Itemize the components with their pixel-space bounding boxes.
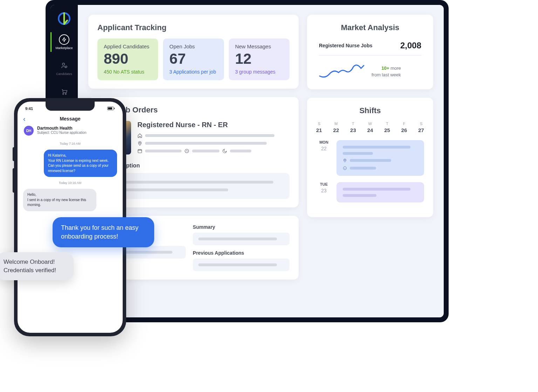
dashboard-content: Applicant Tracking Applied Candidates 89… bbox=[78, 5, 444, 317]
svg-point-1 bbox=[62, 63, 64, 65]
market-metric-label: Registered Nurse Jobs bbox=[319, 43, 373, 48]
lightning-icon bbox=[59, 34, 69, 45]
weekday[interactable]: F26 bbox=[401, 122, 407, 133]
sidebar-item-candidates[interactable]: Candidates bbox=[50, 58, 78, 78]
stat-value: 67 bbox=[169, 51, 217, 67]
weekday[interactable]: W24 bbox=[367, 122, 373, 133]
location-pin-icon bbox=[343, 158, 347, 163]
stat-value: 890 bbox=[104, 51, 152, 67]
chat-timestamp: Today 7:16 AM bbox=[23, 142, 117, 145]
job-description-label: Job Description bbox=[97, 163, 290, 169]
market-analysis-card: Market Analysis Registered Nurse Jobs 2,… bbox=[307, 15, 433, 89]
shift-day-label: MON bbox=[316, 140, 332, 144]
chat-thread: Today 7:16 AM Hi Katarina, Your RN Licen… bbox=[18, 139, 123, 213]
stat-sub: 450 No ATS status bbox=[104, 69, 152, 75]
sender-name: Dartmouth Health bbox=[37, 126, 87, 131]
week-row: S21 M22 T23 W24 T25 F26 S27 bbox=[316, 122, 424, 133]
stat-sub: 3 Applications per job bbox=[169, 69, 217, 75]
card-title: Market Analysis bbox=[316, 23, 424, 32]
stat-sub: 3 group messages bbox=[235, 69, 283, 75]
info-icon bbox=[343, 166, 347, 170]
stat-open-jobs[interactable]: Open Jobs 67 3 Applications per job bbox=[163, 39, 224, 80]
shift-item[interactable]: MON 22 bbox=[316, 140, 424, 176]
location-pin-icon bbox=[137, 141, 142, 146]
sender-subject: Subject: CCU Nurse application bbox=[37, 131, 87, 135]
calendar-icon bbox=[137, 149, 142, 153]
weekday[interactable]: M22 bbox=[333, 122, 339, 133]
phone-notch bbox=[46, 102, 95, 111]
market-metric-value: 2,008 bbox=[400, 41, 421, 50]
clock-icon bbox=[184, 149, 189, 153]
applicant-tracking-card: Applicant Tracking Applied Candidates 89… bbox=[88, 15, 299, 89]
card-title: FWP Job Orders bbox=[97, 105, 290, 115]
shift-day-label: TUE bbox=[316, 182, 332, 186]
chat-bubble-sent: Hi Katarina, Your RN License is expiring… bbox=[44, 150, 117, 177]
message-sender-header: DH Dartmouth Health Subject: CCU Nurse a… bbox=[18, 125, 123, 139]
prev-apps-placeholder bbox=[193, 259, 290, 271]
svg-rect-6 bbox=[138, 150, 142, 153]
weekday[interactable]: S27 bbox=[418, 122, 424, 133]
weekday[interactable]: S21 bbox=[316, 122, 322, 133]
phone-header: ‹ Message bbox=[18, 112, 123, 125]
svg-point-8 bbox=[345, 160, 346, 161]
home-icon bbox=[137, 133, 142, 138]
stat-applied-candidates[interactable]: Applied Candidates 890 450 No ATS status bbox=[97, 39, 158, 80]
stat-label: New Messages bbox=[235, 43, 283, 49]
weekday[interactable]: T25 bbox=[384, 122, 390, 133]
shift-item[interactable]: TUE 23 bbox=[316, 182, 424, 202]
market-delta-note: 10+ more from last week bbox=[372, 65, 401, 78]
chat-timestamp: Today 10:16 AM bbox=[23, 181, 117, 185]
back-chevron-icon[interactable]: ‹ bbox=[23, 115, 26, 123]
shift-card bbox=[336, 182, 424, 202]
stat-new-messages[interactable]: New Messages 12 3 group messages bbox=[229, 39, 290, 80]
floating-bubble-thanks: Thank you for such an easy onboarding pr… bbox=[53, 217, 154, 247]
stat-label: Applied Candidates bbox=[104, 43, 152, 49]
shift-day-num: 23 bbox=[316, 188, 332, 193]
summary-label: Summary bbox=[193, 224, 290, 230]
weekday[interactable]: T23 bbox=[350, 122, 356, 133]
moon-icon bbox=[222, 149, 227, 153]
svg-point-3 bbox=[63, 94, 64, 95]
sender-avatar: DH bbox=[24, 126, 34, 136]
jobs-icon bbox=[59, 86, 69, 97]
shifts-card: Shifts S21 M22 T23 W24 T25 F26 S27 MON 2… bbox=[307, 98, 433, 217]
shift-card bbox=[336, 140, 424, 176]
previous-applications-label: Previous Applications bbox=[193, 250, 290, 256]
phone-title: Message bbox=[60, 116, 80, 122]
job-title: Registered Nurse - RN - ER bbox=[137, 121, 290, 129]
svg-point-4 bbox=[65, 94, 66, 95]
stat-label: Open Jobs bbox=[169, 43, 217, 49]
shift-day-num: 22 bbox=[316, 146, 332, 151]
sidebar-item-label: Marketplace bbox=[55, 46, 73, 50]
svg-point-5 bbox=[139, 143, 141, 144]
svg-rect-11 bbox=[108, 108, 112, 110]
job-description-placeholder bbox=[97, 173, 290, 199]
floating-bubble-welcome: Welcome Onboard! Credentials verified! bbox=[0, 252, 74, 280]
sidebar-item-marketplace[interactable]: Marketplace bbox=[50, 32, 78, 52]
app-logo bbox=[57, 11, 71, 26]
status-time: 9:41 bbox=[25, 106, 33, 111]
stat-value: 12 bbox=[235, 51, 283, 67]
chat-bubble-received: Hello, I sent in a copy of my new licens… bbox=[23, 189, 96, 211]
card-title: Applicant Tracking bbox=[97, 23, 290, 32]
card-title: Shifts bbox=[316, 106, 424, 115]
sidebar-item-label: Candidates bbox=[56, 72, 72, 76]
summary-placeholder bbox=[193, 233, 290, 245]
battery-icon bbox=[107, 106, 115, 111]
candidates-icon bbox=[59, 60, 69, 71]
svg-rect-12 bbox=[114, 108, 115, 109]
sparkline-icon bbox=[319, 62, 365, 81]
